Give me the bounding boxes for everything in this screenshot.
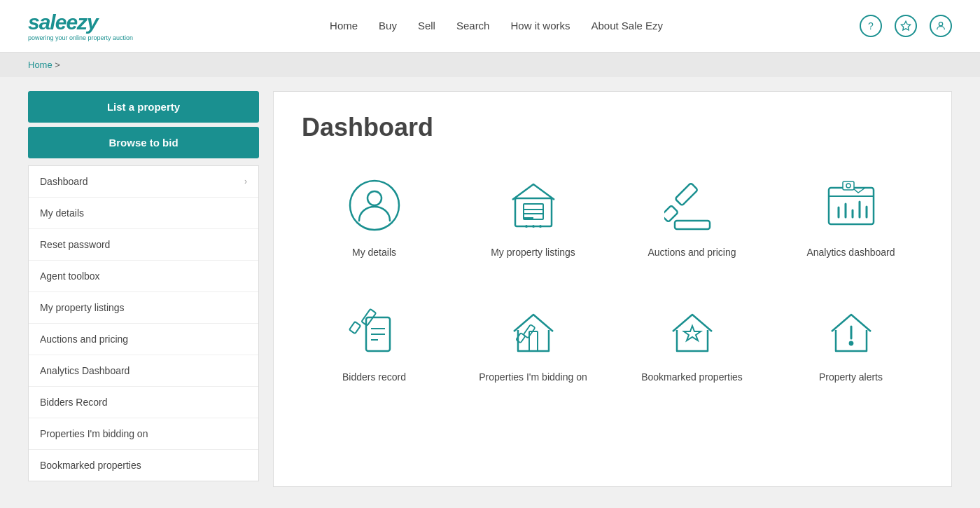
house-star-icon — [664, 302, 720, 361]
svg-point-29 — [849, 341, 853, 345]
gavel-doc-icon — [346, 302, 402, 361]
breadcrumb-separator: > — [55, 60, 60, 70]
dashboard-card-auctions-pricing[interactable]: Auctions and pricing — [620, 163, 764, 274]
dashboard-card-properties-bidding[interactable]: Properties I'm bidding on — [461, 288, 606, 399]
breadcrumb: Home > — [0, 53, 980, 77]
card-label-properties-bidding: Properties I'm bidding on — [479, 371, 587, 385]
sidebar-item-bidders-record[interactable]: Bidders Record — [29, 387, 258, 418]
browse-to-bid-button[interactable]: Browse to bid — [28, 127, 259, 158]
person-icon — [346, 177, 402, 236]
dashboard-card-bidders-record[interactable]: Bidders record — [302, 288, 447, 399]
sidebar-item-bookmarked-properties[interactable]: Bookmarked properties — [29, 450, 258, 481]
svg-point-3 — [368, 191, 382, 205]
card-label-property-alerts: Property alerts — [819, 371, 883, 385]
sidebar-item-analytics-dashboard[interactable]: Analytics Dashboard — [29, 355, 258, 387]
svg-point-11 — [526, 226, 527, 227]
chart-house-icon — [823, 177, 879, 236]
card-label-bookmarked: Bookmarked properties — [641, 371, 743, 385]
sidebar-item-dashboard[interactable]: Dashboard› — [29, 166, 258, 198]
list-property-button[interactable]: List a property — [28, 91, 259, 123]
svg-rect-13 — [664, 205, 678, 222]
nav-item-search[interactable]: Search — [456, 20, 490, 32]
sidebar-item-reset-password[interactable]: Reset password — [29, 229, 258, 261]
user-icon[interactable] — [930, 15, 952, 37]
card-label-analytics-dashboard: Analytics dashboard — [806, 246, 895, 260]
main-layout: List a property Browse to bid Dashboard›… — [0, 77, 980, 501]
favorites-icon[interactable] — [895, 15, 917, 37]
nav-item-how-it-works[interactable]: How it works — [510, 20, 570, 32]
house-doc-icon — [505, 177, 561, 236]
sidebar-menu: Dashboard›My detailsReset passwordAgent … — [28, 165, 259, 481]
nav-item-buy[interactable]: Buy — [379, 20, 397, 32]
dashboard-card-property-alerts[interactable]: Property alerts — [778, 288, 923, 399]
sidebar-item-agent-toolbox[interactable]: Agent toolbox — [29, 261, 258, 292]
sidebar-item-my-property-listings[interactable]: My property listings — [29, 292, 258, 324]
svg-point-1 — [939, 22, 942, 26]
dashboard-title: Dashboard — [302, 113, 923, 142]
dashboard-card-analytics-dashboard[interactable]: Analytics dashboard — [778, 163, 923, 274]
svg-rect-12 — [675, 183, 698, 206]
chevron-right-icon: › — [244, 177, 247, 186]
logo[interactable]: saleezy powering your online property au… — [28, 11, 133, 41]
dashboard-grid: My details My property listings Auctions… — [302, 163, 923, 398]
help-icon[interactable]: ? — [860, 15, 882, 37]
header-icons: ? — [860, 15, 952, 37]
svg-point-10 — [533, 226, 534, 227]
card-label-my-details: My details — [352, 246, 396, 260]
header: saleezy powering your online property au… — [0, 0, 980, 53]
svg-rect-14 — [675, 221, 710, 229]
svg-rect-5 — [524, 204, 543, 219]
nav-item-home[interactable]: Home — [330, 20, 358, 32]
nav-item-about-sale-ezy[interactable]: About Sale Ezy — [591, 20, 663, 32]
house-alert-icon — [823, 302, 879, 361]
dashboard-card-bookmarked[interactable]: Bookmarked properties — [620, 288, 764, 399]
logo-tagline: powering your online property auction — [28, 34, 133, 41]
card-label-bidders-record: Bidders record — [342, 371, 406, 385]
card-label-auctions-pricing: Auctions and pricing — [648, 246, 736, 260]
svg-marker-0 — [901, 21, 910, 30]
dashboard-card-my-property-listings[interactable]: My property listings — [461, 163, 606, 274]
breadcrumb-home[interactable]: Home — [28, 60, 52, 70]
logo-name: saleezy — [28, 11, 133, 34]
sidebar-item-my-details[interactable]: My details — [29, 198, 258, 229]
svg-marker-27 — [684, 326, 701, 341]
dashboard-card-my-details[interactable]: My details — [302, 163, 447, 274]
svg-point-9 — [540, 226, 541, 227]
sidebar: List a property Browse to bid Dashboard›… — [28, 91, 259, 487]
svg-rect-23 — [349, 322, 360, 334]
sidebar-item-properties-im-bidding-on[interactable]: Properties I'm bidding on — [29, 418, 258, 450]
main-nav: HomeBuySellSearchHow it worksAbout Sale … — [330, 20, 663, 32]
card-label-my-property-listings: My property listings — [491, 246, 575, 260]
gavel-icon — [664, 177, 720, 236]
nav-item-sell[interactable]: Sell — [418, 20, 435, 32]
svg-rect-16 — [843, 181, 854, 190]
house-gavel-icon — [505, 302, 561, 361]
sidebar-item-auctions-and-pricing[interactable]: Auctions and pricing — [29, 324, 258, 355]
svg-rect-4 — [515, 198, 552, 226]
dashboard-content: Dashboard My details My property listing… — [273, 91, 952, 487]
